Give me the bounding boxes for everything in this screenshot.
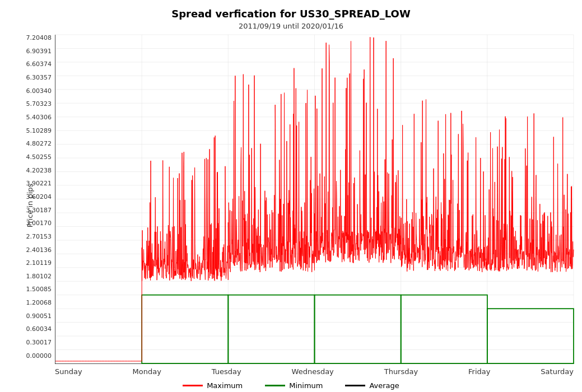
y-axis-label: 1.50085 — [26, 286, 52, 292]
y-axis-label: 4.50255 — [26, 154, 52, 160]
y-axis-label: 1.20068 — [26, 300, 52, 306]
x-axis-label: Monday — [133, 367, 161, 376]
svg-rect-32 — [142, 295, 228, 363]
legend-item-minimum: Minimum — [265, 381, 323, 390]
legend-item-average: Average — [345, 381, 399, 390]
y-axis-label: 0.60034 — [26, 326, 52, 332]
legend-item-maximum: Maximum — [183, 381, 243, 390]
y-axis-label: 4.80272 — [26, 141, 52, 147]
y-axis-label: 2.40136 — [26, 247, 52, 253]
y-axis-title: Price in pips — [26, 183, 34, 227]
chart-container: Spread verfication for US30_SPREAD_LOW 2… — [0, 0, 582, 392]
legend-label-minimum: Minimum — [289, 381, 323, 390]
chart-title: Spread verfication for US30_SPREAD_LOW — [171, 8, 411, 20]
y-axis-label: 2.70153 — [26, 234, 52, 240]
chart-subtitle: 2011/09/19 until 2020/01/16 — [239, 22, 343, 30]
x-axis-label: Thursday — [384, 367, 418, 376]
x-axis-label: Wednesday — [292, 367, 334, 376]
y-axis-label: 6.90391 — [26, 48, 52, 54]
y-axis-label: 2.10119 — [26, 260, 52, 266]
plot-area — [55, 35, 574, 364]
y-axis-label: 5.70323 — [26, 101, 52, 107]
y-axis-label: 5.10289 — [26, 128, 52, 134]
y-axis-label: 0.30017 — [26, 339, 52, 346]
svg-rect-33 — [228, 295, 314, 363]
legend-line-maximum — [183, 385, 203, 386]
legend-label-maximum: Maximum — [207, 381, 243, 390]
x-axis-label: Tuesday — [212, 367, 241, 376]
y-axis-label: 5.40306 — [26, 114, 52, 120]
x-axis-label: Sunday — [55, 367, 82, 376]
svg-rect-35 — [401, 295, 487, 363]
legend-line-average — [345, 385, 365, 386]
y-axis-label: 0.00000 — [26, 353, 52, 359]
x-axis: SundayMondayTuesdayWednesdayThursdayFrid… — [55, 367, 574, 376]
y-axis-label: 6.60374 — [26, 61, 52, 67]
legend-label-average: Average — [369, 381, 399, 390]
y-axis-label: 6.00340 — [26, 88, 52, 94]
y-axis-label: 1.80102 — [26, 273, 52, 279]
x-axis-label: Saturday — [541, 367, 574, 376]
y-axis-label: 6.30357 — [26, 74, 52, 81]
y-axis-label: 4.20238 — [26, 167, 52, 174]
legend: Maximum Minimum Average — [183, 381, 399, 390]
y-axis: 7.204086.903916.603746.303576.003405.703… — [17, 35, 55, 376]
y-axis-label: 7.20408 — [26, 35, 52, 41]
x-axis-label: Friday — [468, 367, 490, 376]
y-axis-label: 0.90051 — [26, 313, 52, 319]
legend-line-minimum — [265, 385, 285, 386]
svg-rect-34 — [315, 295, 401, 363]
